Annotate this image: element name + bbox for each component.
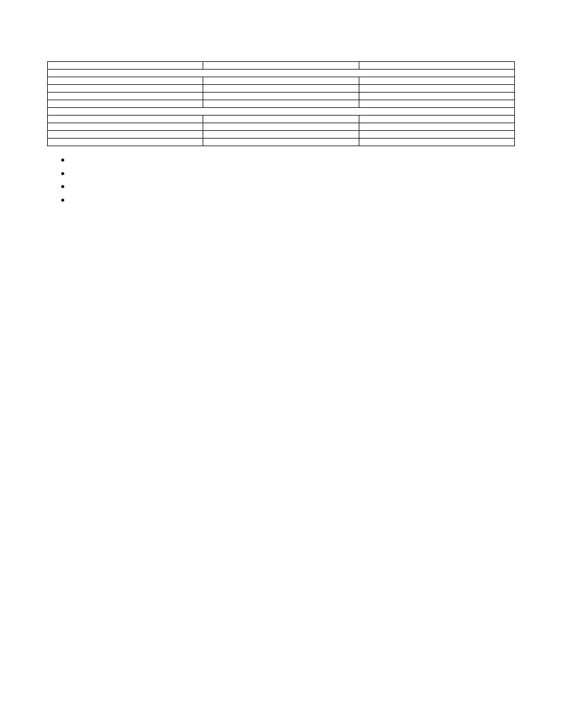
table-row	[48, 93, 515, 100]
table-header-row	[48, 62, 515, 70]
cell	[203, 93, 359, 100]
cell	[203, 123, 359, 131]
table-row	[48, 131, 515, 139]
table-row	[48, 77, 515, 85]
table-row	[48, 108, 515, 116]
cell	[48, 139, 203, 146]
table-row	[48, 85, 515, 93]
cell	[48, 131, 203, 139]
table-header-adhoc	[359, 62, 514, 70]
cell	[48, 100, 203, 108]
benefits-list	[47, 153, 515, 206]
cell	[359, 77, 514, 85]
cell	[203, 131, 359, 139]
cell	[359, 100, 514, 108]
comparison-table	[47, 61, 515, 146]
table-header-infrastructure	[203, 62, 359, 70]
cell	[359, 123, 514, 131]
list-item	[71, 180, 515, 193]
cell	[203, 85, 359, 93]
cell	[359, 116, 514, 123]
cell	[203, 100, 359, 108]
cell	[359, 139, 514, 146]
cell	[203, 116, 359, 123]
list-item	[71, 167, 515, 180]
cell	[48, 116, 203, 123]
list-item	[71, 153, 515, 166]
cell	[359, 93, 514, 100]
cell	[48, 93, 203, 100]
table-row	[48, 116, 515, 123]
cell	[48, 123, 203, 131]
list-item	[71, 193, 515, 206]
cell	[203, 77, 359, 85]
table-header-blank	[48, 62, 203, 70]
cell	[359, 131, 514, 139]
table-row	[48, 123, 515, 131]
cell	[203, 139, 359, 146]
cell	[48, 85, 203, 93]
table-row	[48, 70, 515, 77]
table-row	[48, 100, 515, 108]
table-row	[48, 139, 515, 146]
cell	[48, 77, 203, 85]
table-section-requirements	[48, 108, 515, 116]
cell	[359, 85, 514, 93]
table-section-characteristics	[48, 70, 515, 77]
